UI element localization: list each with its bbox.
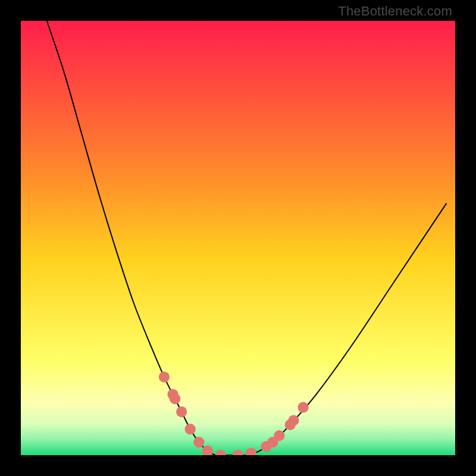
plot-area xyxy=(21,21,455,455)
highlighted-points xyxy=(159,371,309,455)
data-point xyxy=(288,415,299,425)
data-point xyxy=(246,447,256,455)
data-point xyxy=(274,430,284,441)
data-point xyxy=(185,424,196,434)
data-point xyxy=(215,450,226,455)
watermark-text: TheBottleneck.com xyxy=(338,4,452,19)
data-point xyxy=(298,402,308,413)
chart-stage: TheBottleneck.com xyxy=(0,0,476,476)
data-point xyxy=(159,371,170,382)
data-point xyxy=(233,450,243,455)
curve-layer xyxy=(21,21,455,455)
bottleneck-curve xyxy=(47,21,447,455)
data-point xyxy=(176,406,187,417)
data-point xyxy=(170,393,180,404)
data-point xyxy=(193,437,204,447)
